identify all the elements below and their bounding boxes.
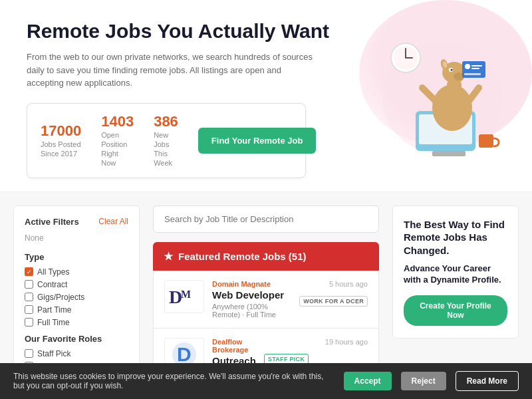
accept-cookies-button[interactable]: Accept [344,372,392,390]
filter-part-time[interactable]: Part Time [25,305,128,315]
stat-jobs-posted-number: 17000 [41,122,81,140]
stat-open-positions: 1403 Open PositionRight Now [101,113,134,168]
cookie-banner: This website uses cookies to improve you… [0,363,532,399]
filters-title: Active Filters [25,217,79,227]
filter-full-time[interactable]: Full Time [25,318,128,327]
checkbox-contract[interactable] [25,280,33,289]
job-time-1: 5 hours ago [329,280,368,288]
promo-subtitle: Advance Your Career with a Dynamite Prof… [404,263,507,286]
type-section-title: Type [25,252,128,262]
stat-open-positions-label: Open PositionRight Now [101,130,134,168]
reject-cookies-button[interactable]: Reject [401,372,446,390]
stats-bar: 17000 Jobs PostedSince 2017 1403 Open Po… [27,103,306,178]
featured-label: Featured Remote Jobs (51) [178,251,307,262]
cookie-text: This website uses cookies to improve you… [13,372,334,390]
job-badges-1: WORK FOR A DCER [299,296,368,307]
create-profile-button[interactable]: Create Your Profile Now [404,295,507,326]
svg-text:M: M [181,289,191,300]
job-location-1: Anywhere (100% Remote) · Full Time [212,303,291,319]
filter-all-types-label: All Types [37,267,69,277]
filter-part-time-label: Part Time [37,305,71,315]
stat-new-jobs: 386 New Jobs ThisWeek [154,113,178,168]
job-card-1[interactable]: D M Domain Magnate Web Developer Anywher… [153,271,379,329]
filter-gigs-projects[interactable]: Gigs/Projects [25,293,128,302]
filters-header: Active Filters Clear All [25,217,128,227]
hero-title: Remote Jobs You Actually Want [27,20,329,43]
hero-left: Remote Jobs You Actually Want From the w… [27,20,329,178]
read-more-cookies-button[interactable]: Read More [456,371,519,391]
job-card-right-1: 5 hours ago WORK FOR A DCER [299,280,368,307]
clear-all-button[interactable]: Clear All [98,217,128,226]
promo-card: The Best Way to Find Remote Jobs Has Cha… [392,205,519,338]
filter-gigs-projects-label: Gigs/Projects [37,293,84,302]
featured-header: ★ Featured Remote Jobs (51) [153,242,379,271]
svg-rect-18 [479,134,493,148]
checkbox-part-time[interactable] [25,305,33,314]
checkbox-staff-pick[interactable] [25,349,33,358]
svg-rect-21 [471,65,482,66]
job-info-1: Domain Magnate Web Developer Anywhere (1… [212,280,291,319]
hero-section: Remote Jobs You Actually Want From the w… [0,0,532,192]
svg-rect-19 [462,61,485,78]
checkbox-full-time[interactable] [25,318,33,327]
stat-new-jobs-label: New Jobs ThisWeek [154,130,178,168]
stat-new-jobs-number: 386 [154,113,178,130]
find-job-button[interactable]: Find Your Remote Job [198,128,316,154]
filter-contract-label: Contract [37,280,67,289]
hero-description: From the web to our own private networks… [27,51,319,90]
svg-rect-23 [464,73,481,75]
filter-all-types[interactable]: All Types [25,267,128,277]
filter-staff-pick[interactable]: Staff Pick [25,349,128,358]
svg-rect-22 [471,68,479,69]
filter-full-time-label: Full Time [37,318,70,327]
company-name-2: Dealflow Brokerage [212,338,256,354]
star-icon: ★ [164,250,173,263]
stat-jobs-posted: 17000 Jobs PostedSince 2017 [41,122,81,159]
roles-section-title: Our Favorite Roles [25,334,128,344]
hero-illustration [366,31,505,166]
search-input[interactable] [153,205,379,233]
svg-point-20 [465,64,470,69]
company-name-1: Domain Magnate [212,280,291,288]
checkbox-all-types[interactable] [25,267,33,276]
checkbox-gigs-projects[interactable] [25,293,33,301]
svg-rect-7 [432,151,466,156]
promo-title: The Best Way to Find Remote Jobs Has Cha… [404,218,507,257]
domain-magnate-logo-svg: D M [166,282,202,311]
filter-contract[interactable]: Contract [25,280,128,289]
company-logo-domain-magnate: D M [164,280,204,313]
active-filter-value: None [25,233,128,243]
svg-text:D: D [177,343,192,365]
job-time-2: 19 hours ago [325,338,368,346]
badge-work-for-dcer-1: WORK FOR A DCER [299,296,368,307]
llama-svg [366,31,505,164]
stat-open-positions-number: 1403 [101,113,134,130]
svg-point-13 [451,69,453,71]
sidebar: Active Filters Clear All None Type All T… [13,205,140,386]
stat-jobs-posted-label: Jobs PostedSince 2017 [41,140,81,159]
filter-staff-pick-label: Staff Pick [37,349,70,358]
job-title-1: Web Developer [212,289,291,301]
